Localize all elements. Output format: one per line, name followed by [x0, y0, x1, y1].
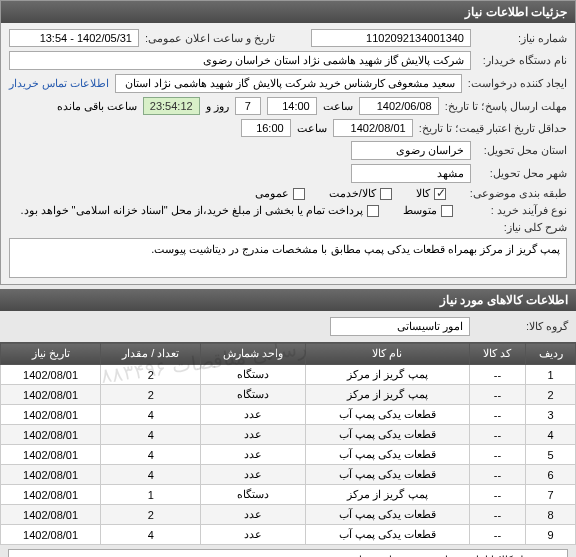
- deadline-date: 1402/08/01: [333, 119, 413, 137]
- table-cell: 4: [101, 445, 201, 465]
- table-header: واحد شمارش: [201, 343, 306, 365]
- table-row[interactable]: 4--قطعات یدکی پمپ آبعدد41402/08/01: [1, 425, 576, 445]
- table-cell: 3: [526, 405, 576, 425]
- need-no-label: شماره نیاز:: [477, 32, 567, 45]
- table-row[interactable]: 2--پمپ گریز از مرکزدستگاه21402/08/01: [1, 385, 576, 405]
- group-value: امور تاسیساتی: [330, 317, 470, 336]
- table-cell: 9: [526, 525, 576, 545]
- table-row[interactable]: 6--قطعات یدکی پمپ آبعدد41402/08/01: [1, 465, 576, 485]
- province-value: خراسان رضوی: [351, 141, 471, 160]
- table-cell: قطعات یدکی پمپ آب: [306, 465, 470, 485]
- table-cell: 4: [101, 405, 201, 425]
- buyer-value: شرکت پالایش گاز شهید هاشمی نژاد استان خر…: [9, 51, 471, 70]
- reply-time: 14:00: [267, 97, 317, 115]
- table-cell: عدد: [201, 445, 306, 465]
- check-icon: [367, 205, 379, 217]
- city-label: شهر محل تحویل:: [477, 167, 567, 180]
- buy-type-medium-text: متوسط: [403, 204, 437, 217]
- table-header: تعداد / مقدار: [101, 343, 201, 365]
- creator-value: سعید مشعوفی کارشناس خرید شرکت پالایش گاز…: [115, 74, 462, 93]
- reply-time-label: ساعت: [323, 100, 353, 113]
- table-row[interactable]: 8--قطعات یدکی پمپ آبعدد21402/08/01: [1, 505, 576, 525]
- days-label: روز و: [206, 100, 229, 113]
- table-cell: 6: [526, 465, 576, 485]
- items-table: ردیفکد کالانام کالاواحد شمارشتعداد / مقد…: [0, 342, 576, 545]
- buy-type-medium-checkbox[interactable]: متوسط: [403, 204, 453, 217]
- category-label: طبقه بندی موضوعی:: [470, 187, 567, 200]
- need-desc-box: پمپ گریز از مرکز بهمراه قطعات یدکی پمپ م…: [9, 238, 567, 278]
- cat-service-checkbox[interactable]: کالا/خدمت: [329, 187, 392, 200]
- cat-service-text: کالا/خدمت: [329, 187, 376, 200]
- province-label: استان محل تحویل:: [477, 144, 567, 157]
- table-cell: 1402/08/01: [1, 365, 101, 385]
- deadline-label: حداقل تاریخ اعتبار قیمت؛ تا تاریخ:: [419, 122, 567, 135]
- table-cell: عدد: [201, 525, 306, 545]
- contact-link[interactable]: اطلاعات تماس خریدار: [9, 77, 109, 90]
- table-cell: عدد: [201, 505, 306, 525]
- table-cell: پمپ گریز از مرکز: [306, 485, 470, 505]
- panel-title: جزئیات اطلاعات نیاز: [1, 1, 575, 23]
- remain-time: 23:54:12: [143, 97, 200, 115]
- table-row[interactable]: 3--قطعات یدکی پمپ آبعدد41402/08/01: [1, 405, 576, 425]
- buy-type-note-checkbox[interactable]: پرداخت تمام یا بخشی از مبلغ خرید،از محل …: [20, 204, 379, 217]
- table-cell: --: [469, 465, 525, 485]
- days-value: 7: [235, 97, 261, 115]
- deadline-time: 16:00: [241, 119, 291, 137]
- check-icon: [380, 188, 392, 200]
- need-no-value: 1102092134001340: [311, 29, 471, 47]
- table-cell: --: [469, 385, 525, 405]
- reply-deadline-label: مهلت ارسال پاسخ؛ تا تاریخ:: [445, 100, 567, 113]
- table-cell: 1: [526, 365, 576, 385]
- items-section-title: اطلاعات کالاهای مورد نیاز: [0, 289, 576, 311]
- table-cell: قطعات یدکی پمپ آب: [306, 525, 470, 545]
- table-cell: پمپ گریز از مرکز: [306, 365, 470, 385]
- table-cell: عدد: [201, 405, 306, 425]
- table-cell: قطعات یدکی پمپ آب: [306, 425, 470, 445]
- table-row[interactable]: 1--پمپ گریز از مرکزدستگاه21402/08/01: [1, 365, 576, 385]
- table-cell: عدد: [201, 465, 306, 485]
- table-cell: 1402/08/01: [1, 385, 101, 405]
- table-header: تاریخ نیاز: [1, 343, 101, 365]
- table-cell: دستگاه: [201, 365, 306, 385]
- table-cell: قطعات یدکی پمپ آب: [306, 405, 470, 425]
- table-cell: دستگاه: [201, 485, 306, 505]
- table-cell: --: [469, 445, 525, 465]
- table-header: کد کالا: [469, 343, 525, 365]
- table-cell: 1402/08/01: [1, 505, 101, 525]
- table-row[interactable]: 7--پمپ گریز از مرکزدستگاه11402/08/01: [1, 485, 576, 505]
- check-icon: [434, 188, 446, 200]
- table-cell: دستگاه: [201, 385, 306, 405]
- need-desc-label: شرح کلی نیاز:: [477, 221, 567, 234]
- table-cell: 5: [526, 445, 576, 465]
- table-cell: 1: [101, 485, 201, 505]
- table-row[interactable]: 5--قطعات یدکی پمپ آبعدد41402/08/01: [1, 445, 576, 465]
- check-icon: [441, 205, 453, 217]
- buyer-notes: هزینه حمل کالا تا انبار خریدار بعهده خری…: [8, 549, 568, 557]
- cat-general-text: عمومی: [255, 187, 289, 200]
- cat-general-checkbox[interactable]: عمومی: [255, 187, 305, 200]
- table-cell: 4: [101, 525, 201, 545]
- group-label: گروه کالا:: [478, 320, 568, 333]
- buy-type-label: نوع فرآیند خرید :: [477, 204, 567, 217]
- table-cell: 4: [101, 465, 201, 485]
- table-cell: قطعات یدکی پمپ آب: [306, 505, 470, 525]
- buy-type-note-text: پرداخت تمام یا بخشی از مبلغ خرید،از محل …: [20, 204, 363, 217]
- cat-goods-text: کالا: [416, 187, 430, 200]
- remain-label: ساعت باقی مانده: [57, 100, 137, 113]
- table-header: نام کالا: [306, 343, 470, 365]
- table-cell: --: [469, 425, 525, 445]
- table-cell: --: [469, 365, 525, 385]
- announce-label: تاریخ و ساعت اعلان عمومی:: [145, 32, 275, 45]
- table-cell: 2: [101, 385, 201, 405]
- table-cell: 2: [526, 385, 576, 405]
- buyer-label: نام دستگاه خریدار:: [477, 54, 567, 67]
- creator-label: ایجاد کننده درخواست:: [468, 77, 567, 90]
- table-cell: 7: [526, 485, 576, 505]
- table-cell: 1402/08/01: [1, 465, 101, 485]
- cat-goods-checkbox[interactable]: کالا: [416, 187, 446, 200]
- table-cell: 1402/08/01: [1, 405, 101, 425]
- check-icon: [293, 188, 305, 200]
- table-cell: --: [469, 405, 525, 425]
- table-row[interactable]: 9--قطعات یدکی پمپ آبعدد41402/08/01: [1, 525, 576, 545]
- table-cell: 1402/08/01: [1, 445, 101, 465]
